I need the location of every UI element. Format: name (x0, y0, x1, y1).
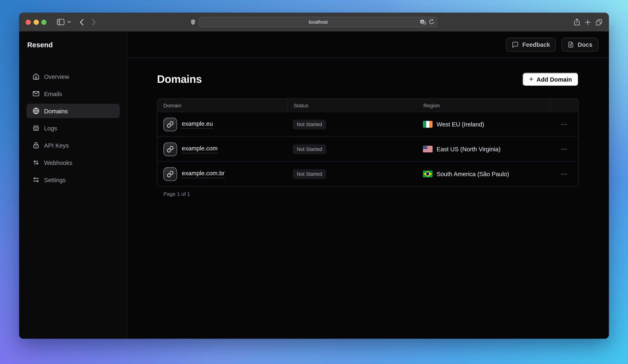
domain-link[interactable]: example.com.br (182, 170, 225, 178)
toolbar-left-group (57, 19, 96, 25)
actions-cell: ⋯ (550, 121, 578, 127)
row-menu-icon[interactable]: ⋯ (561, 121, 567, 127)
page-head: Domains + Add Domain (157, 72, 579, 86)
docs-button[interactable]: Docs (562, 38, 599, 52)
toolbar-right-group (574, 13, 602, 31)
tab-overview-icon[interactable] (596, 19, 602, 25)
link-icon (163, 167, 177, 181)
domain-cell: example.com.br (157, 167, 287, 181)
docs-file-icon (568, 41, 574, 48)
domains-table: Domain Status Region (157, 99, 579, 186)
arrows-up-down-icon (32, 159, 40, 166)
domain-cell: example.eu (157, 118, 287, 131)
table-row: example.com.br Not Started South America… (157, 161, 578, 186)
status-cell: Not Started (287, 120, 417, 129)
sidebar-item-api-keys[interactable]: API Keys (26, 138, 120, 153)
sidebar-item-emails[interactable]: Emails (26, 86, 120, 101)
sidebar-item-label: Webhooks (44, 159, 72, 166)
docs-button-label: Docs (578, 41, 592, 48)
page-title: Domains (157, 73, 202, 86)
minimize-window-button[interactable] (33, 19, 39, 25)
status-badge: Not Started (293, 120, 326, 129)
sidebar-item-label: Overview (44, 73, 69, 80)
domains-page: Domains + Add Domain Domain Status Regio… (127, 58, 609, 338)
sidebar-item-overview[interactable]: Overview (26, 69, 120, 84)
column-header-actions (550, 99, 578, 112)
table-row: example.com Not Started East US (North V… (157, 136, 578, 161)
desktop-background: localhost A 文 (0, 0, 628, 364)
table-header: Domain Status Region (157, 99, 578, 112)
add-domain-button[interactable]: + Add Domain (522, 72, 579, 86)
flag-ireland-icon (423, 121, 433, 128)
new-tab-icon[interactable] (585, 19, 591, 25)
region-cell: South America (São Paulo) (417, 171, 550, 177)
domain-link[interactable]: example.eu (182, 120, 213, 128)
actions-cell: ⋯ (550, 146, 578, 152)
sidebar-item-settings[interactable]: Settings (26, 173, 120, 187)
privacy-shield-icon[interactable] (191, 19, 195, 25)
flag-brazil-icon (423, 171, 433, 177)
globe-icon (32, 107, 40, 115)
sidebar-item-label: Domains (44, 108, 68, 114)
domain-link[interactable]: example.com (182, 145, 218, 153)
sidebar-item-domains[interactable]: Domains (26, 104, 120, 118)
home-icon (32, 73, 40, 80)
column-header-domain: Domain (157, 102, 287, 108)
plus-icon: + (529, 76, 533, 83)
sidebar-item-label: Logs (44, 125, 57, 131)
app-root: Resend Overview (19, 32, 609, 339)
app-header: Feedback Docs (127, 32, 609, 58)
browser-titlebar: localhost A 文 (19, 13, 609, 32)
browser-window: localhost A 文 (19, 13, 609, 339)
mail-icon (32, 90, 40, 97)
sidebar: Resend Overview (19, 32, 127, 339)
chevron-down-icon[interactable] (67, 21, 71, 23)
sidebar-toggle-icon[interactable] (57, 19, 64, 25)
link-icon (163, 142, 177, 156)
row-menu-icon[interactable]: ⋯ (561, 146, 567, 152)
reload-icon[interactable] (429, 19, 434, 25)
sidebar-item-webhooks[interactable]: Webhooks (26, 155, 120, 170)
feedback-button-label: Feedback (522, 41, 550, 48)
translate-icon[interactable]: A 文 (420, 19, 426, 25)
actions-cell: ⋯ (550, 171, 578, 177)
sidebar-item-label: Settings (44, 176, 66, 183)
main-panel: Feedback Docs Domains (127, 32, 609, 339)
pagination-status: Page 1 of 1 (157, 191, 579, 197)
sidebar-nav: Overview Emails (26, 69, 120, 187)
close-window-button[interactable] (26, 19, 31, 25)
status-cell: Not Started (287, 169, 417, 179)
back-button-icon[interactable] (80, 19, 84, 25)
forward-button-icon[interactable] (92, 19, 96, 25)
resend-logo: Resend (27, 41, 120, 49)
url-text: localhost (309, 19, 328, 25)
link-icon (163, 118, 177, 131)
row-menu-icon[interactable]: ⋯ (561, 171, 567, 177)
feedback-button[interactable]: Feedback (506, 38, 556, 52)
address-bar-actions: A 文 (420, 17, 434, 27)
column-header-region: Region (417, 102, 550, 108)
sidebar-item-logs[interactable]: Logs (26, 121, 120, 135)
region-label: East US (North Virginia) (437, 146, 501, 153)
logs-icon (32, 124, 40, 132)
window-controls (26, 19, 46, 25)
region-cell: West EU (Ireland) (417, 121, 550, 128)
sidebar-item-label: Emails (44, 90, 62, 97)
status-badge: Not Started (293, 169, 326, 179)
sliders-icon (32, 176, 40, 183)
region-cell: East US (North Virginia) (417, 146, 550, 153)
svg-text:文: 文 (423, 22, 425, 24)
region-label: South America (São Paulo) (437, 171, 509, 177)
domain-cell: example.com (157, 142, 287, 156)
url-address-bar[interactable]: localhost A 文 (199, 17, 437, 27)
region-label: West EU (Ireland) (437, 121, 484, 128)
status-badge: Not Started (293, 144, 326, 154)
sidebar-item-label: API Keys (44, 142, 69, 149)
lock-icon (32, 142, 40, 149)
feedback-bubble-icon (512, 41, 519, 48)
table-row: example.eu Not Started West EU (Ireland)… (157, 112, 578, 136)
address-bar-group: localhost A 文 (191, 17, 437, 27)
share-icon[interactable] (574, 18, 580, 26)
zoom-window-button[interactable] (41, 19, 46, 25)
column-header-status: Status (287, 99, 417, 112)
